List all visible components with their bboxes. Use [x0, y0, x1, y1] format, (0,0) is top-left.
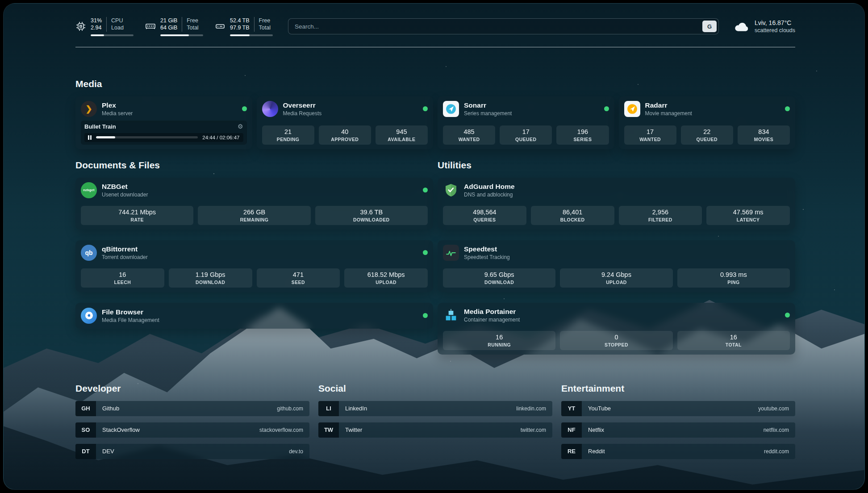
now-playing-widget: Bullet Train ⚙ 24:44 / 02:06:47 — [81, 121, 247, 145]
memory-icon — [145, 21, 156, 32]
utilities-section-title: Utilities — [438, 160, 795, 171]
radarr-card[interactable]: Radarr Movie management 17WANTED22QUEUED… — [619, 96, 796, 149]
stat-label: MOVIES — [739, 137, 788, 142]
overseerr-card[interactable]: Overseerr Media Requests 21PENDING40APPR… — [257, 96, 434, 149]
cpu-progress-bar — [91, 34, 134, 36]
stat-label: SERIES — [558, 137, 607, 142]
app-subtitle: Speedtest Tracking — [464, 254, 510, 260]
cpu-label-1: CPU — [111, 17, 124, 24]
stat-label: DOWNLOAD — [171, 280, 250, 285]
bookmark-item[interactable]: LILinkedInlinkedin.com — [318, 401, 552, 416]
stat-box: 196SERIES — [556, 125, 609, 145]
stat-value: 834 — [739, 128, 788, 135]
bookmark-list: YTYouTubeyoutube.comNFNetflixnetflix.com… — [561, 401, 795, 459]
storage-label-1: Free — [259, 17, 271, 24]
stat-label: UPLOAD — [562, 280, 671, 285]
stat-label: QUERIES — [445, 217, 525, 222]
app-subtitle: Media server — [102, 110, 133, 117]
now-playing-title: Bullet Train — [84, 123, 116, 130]
stats-row: 21PENDING40APPROVED945AVAILABLE — [262, 125, 428, 145]
filebrowser-card[interactable]: File Browser Media File Management — [75, 303, 433, 329]
bookmark-url: twitter.com — [521, 427, 546, 433]
bookmark-item[interactable]: TWTwittertwitter.com — [318, 422, 552, 438]
status-dot — [242, 106, 247, 111]
stat-value: 266 GB — [200, 209, 309, 216]
status-dot — [785, 106, 790, 111]
search-engine-button[interactable]: G — [702, 21, 717, 32]
bookmark-url: dev.to — [289, 448, 303, 455]
stat-value: 39.6 TB — [317, 209, 426, 216]
stat-value: 498,564 — [445, 209, 525, 216]
qbittorrent-icon: qb — [81, 245, 97, 261]
gear-icon[interactable]: ⚙ — [238, 123, 243, 130]
stat-box: 16RUNNING — [443, 331, 555, 350]
stat-value: 196 — [558, 128, 607, 135]
nzbget-icon: nzbget — [81, 182, 97, 198]
stat-label: QUEUED — [683, 137, 731, 142]
plex-card[interactable]: ❯ Plex Media server Bullet Train ⚙ — [75, 96, 252, 149]
app-subtitle: Container management — [464, 317, 520, 323]
bookmark-item[interactable]: NFNetflixnetflix.com — [561, 422, 795, 438]
app-subtitle: Movie management — [645, 110, 692, 117]
weather-condition: scattered clouds — [755, 27, 795, 33]
bookmark-url: netflix.com — [764, 427, 789, 433]
bookmark-item[interactable]: YTYouTubeyoutube.com — [561, 401, 795, 416]
qbittorrent-card[interactable]: qb qBittorrent Torrent downloader 16LEEC… — [75, 240, 433, 292]
portainer-icon — [443, 307, 459, 323]
bookmark-name: StackOverflow — [102, 426, 140, 433]
filebrowser-icon — [81, 308, 97, 324]
adguard-card[interactable]: AdGuard Home DNS and adblocking 498,564Q… — [438, 178, 795, 230]
stat-value: 471 — [259, 271, 338, 278]
stats-row: 17WANTED22QUEUED834MOVIES — [624, 125, 790, 145]
bookmark-abbr: YT — [561, 401, 582, 416]
bookmark-url: reddit.com — [764, 448, 789, 455]
memory-free: 21 GiB — [160, 17, 177, 24]
stat-box: 1.19 GbpsDOWNLOAD — [169, 268, 252, 288]
bookmark-item[interactable]: SOStackOverflowstackoverflow.com — [75, 422, 309, 438]
stat-box: 21PENDING — [262, 125, 314, 145]
stat-box: 16LEECH — [81, 268, 164, 288]
stat-label: SEED — [259, 280, 338, 285]
developer-bookmarks-section: Developer GHGithubgithub.comSOStackOverf… — [75, 383, 309, 459]
app-subtitle: Media File Management — [102, 317, 159, 323]
bookmark-abbr: DT — [75, 444, 96, 459]
stat-box: 22QUEUED — [681, 125, 733, 145]
stat-label: DOWNLOADED — [317, 217, 426, 222]
media-section-title: Media — [75, 79, 795, 89]
social-bookmarks-section: Social LILinkedInlinkedin.comTWTwittertw… — [318, 383, 552, 438]
speedtest-card[interactable]: Speedtest Speedtest Tracking 9.65 GbpsDO… — [438, 240, 795, 292]
app-name: qBittorrent — [102, 245, 148, 253]
playback-progress-track[interactable] — [96, 136, 198, 138]
stat-value: 0 — [562, 334, 671, 341]
bookmark-abbr: RE — [561, 444, 582, 459]
storage-progress-bar — [230, 34, 273, 36]
nzbget-card[interactable]: nzbget NZBGet Usenet downloader 744.21 M… — [75, 178, 433, 230]
bookmark-item[interactable]: GHGithubgithub.com — [75, 401, 309, 416]
portainer-card[interactable]: Media Portainer Container management 16R… — [438, 303, 795, 355]
weather-widget: Lviv, 16.87°C scattered clouds — [734, 19, 795, 33]
stat-value: 618.52 Mbps — [346, 271, 426, 278]
bookmark-item[interactable]: RERedditreddit.com — [561, 444, 795, 459]
stat-box: 834MOVIES — [738, 125, 790, 145]
sonarr-card[interactable]: Sonarr Series management 485WANTED17QUEU… — [438, 96, 614, 149]
stat-value: 17 — [626, 128, 675, 135]
pause-button[interactable] — [88, 135, 92, 140]
status-dot — [604, 106, 609, 111]
stat-value: 945 — [377, 128, 426, 135]
stat-box: 945AVAILABLE — [376, 125, 428, 145]
stat-box: 86,401BLOCKED — [531, 206, 614, 225]
app-subtitle: Usenet downloader — [102, 192, 148, 198]
stat-value: 21 — [264, 128, 313, 135]
bookmark-abbr: NF — [561, 422, 582, 438]
search-bar: G — [288, 18, 719, 34]
bookmark-abbr: TW — [318, 422, 339, 438]
bookmark-abbr: LI — [318, 401, 339, 416]
stat-value: 16 — [679, 334, 788, 341]
search-input[interactable] — [288, 18, 719, 34]
bookmark-url: github.com — [277, 405, 303, 412]
bookmark-name: Netflix — [588, 426, 604, 433]
bookmark-item[interactable]: DTDEVdev.to — [75, 444, 309, 459]
stat-box: 485WANTED — [443, 125, 495, 145]
stat-label: STOPPED — [562, 342, 671, 347]
status-dot — [785, 313, 790, 318]
